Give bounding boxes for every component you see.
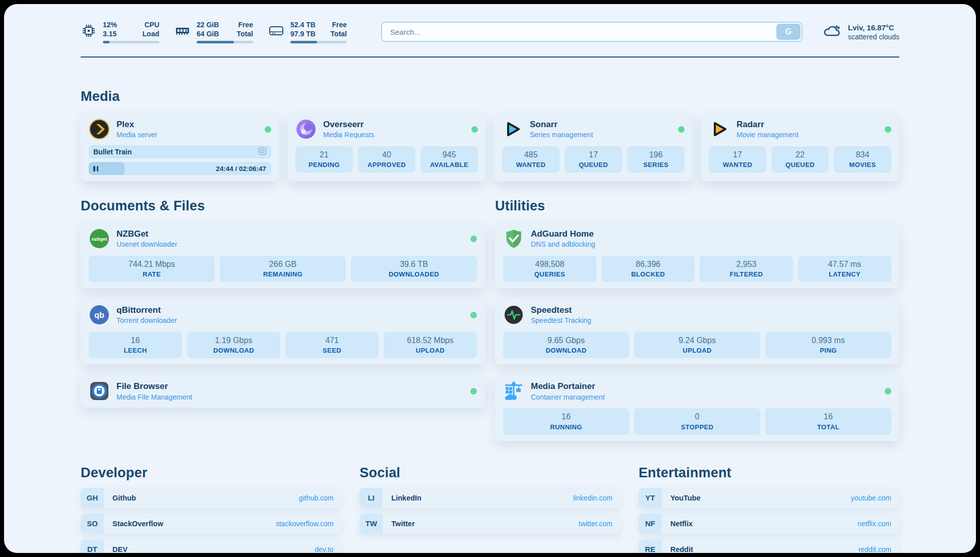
section-title-social: Social <box>359 465 620 481</box>
stat-value: 498,508 <box>505 259 594 269</box>
cpu-stat-widget: 12% CPU 3.15 Load <box>81 20 159 43</box>
stat-box: 744.21 Mbps RATE <box>89 256 215 282</box>
app-name: qBittorrent <box>116 305 177 315</box>
bookmark-url[interactable]: twitter.com <box>579 520 612 528</box>
app-name: NZBGet <box>116 229 177 239</box>
stat-value: 16 <box>505 412 627 421</box>
app-subtitle: Movie management <box>737 131 799 139</box>
stat-box: 485 WANTED <box>502 146 560 173</box>
stat-box: 39.6 TB DOWNLOADED <box>351 256 477 282</box>
disk-total-label: Total <box>331 29 347 38</box>
status-online-dot <box>470 312 477 318</box>
stat-value: 16 <box>91 336 180 345</box>
stat-label: RUNNING <box>505 423 627 431</box>
bookmark-abbr: YT <box>639 488 662 508</box>
adguard-icon <box>503 228 524 249</box>
bookmark-github[interactable]: GH Github github.com <box>81 488 341 508</box>
memory-stat-widget: 22 GiB Free 64 GiB Total <box>174 20 253 43</box>
cpu-label: CPU <box>144 20 159 29</box>
bookmark-dev[interactable]: DT DEV dev.to <box>81 539 341 553</box>
search-input[interactable] <box>381 22 803 42</box>
stat-value: 744.21 Mbps <box>91 259 213 269</box>
app-card-filebrowser[interactable]: File Browser Media File Management <box>81 374 485 408</box>
stat-box: 47.57 ms LATENCY <box>798 256 891 282</box>
stat-value: 39.6 TB <box>353 259 475 269</box>
stat-box: 834 MOVIES <box>834 146 891 173</box>
stat-label: WANTED <box>711 161 764 169</box>
bookmark-url[interactable]: netflix.com <box>858 520 891 528</box>
stat-value: 471 <box>287 336 377 345</box>
stat-label: AVAILABLE <box>422 161 476 169</box>
nzbget-icon: nzbget <box>89 228 110 249</box>
app-card-nzbget[interactable]: nzbget NZBGet Usenet downloader 74 <box>81 222 485 288</box>
memory-total-label: Total <box>237 29 253 38</box>
playback-progress-bar[interactable]: 24:44 / 02:06:47 <box>89 162 271 175</box>
disk-icon <box>268 23 284 41</box>
bookmark-url[interactable]: github.com <box>299 494 333 502</box>
stat-box: 21 PENDING <box>295 146 353 173</box>
section-title-documents: Documents & Files <box>81 198 485 214</box>
app-card-radarr[interactable]: Radarr Movie management 17 WANTED 22 QUE… <box>701 113 899 181</box>
bookmark-twitter[interactable]: TW Twitter twitter.com <box>359 514 620 534</box>
bookmark-url[interactable]: reddit.com <box>859 545 891 553</box>
stat-box: 9.65 Gbps DOWNLOAD <box>503 332 629 358</box>
bookmark-name: StackOverflow <box>112 520 163 528</box>
app-card-portainer[interactable]: Media Portainer Container management 16 … <box>495 374 899 440</box>
dashboard-page: 12% CPU 3.15 Load <box>4 4 976 553</box>
weather-condition: scattered clouds <box>848 33 899 41</box>
app-card-sonarr[interactable]: Sonarr Series management 485 WANTED 17 Q… <box>494 113 693 181</box>
section-title-entertainment: Entertainment <box>639 465 899 481</box>
app-card-overseerr[interactable]: Overseerr Media Requests 21 PENDING 40 A… <box>287 113 486 181</box>
stat-label: STOPPED <box>636 423 758 431</box>
top-bar: 12% CPU 3.15 Load <box>4 17 976 46</box>
app-card-plex[interactable]: Plex Media server Bullet Train <box>81 113 279 181</box>
bookmark-reddit[interactable]: RE Reddit reddit.com <box>639 539 899 553</box>
app-name: Speedtest <box>531 305 591 315</box>
session-icon[interactable] <box>258 147 267 157</box>
bookmark-url[interactable]: linkedin.com <box>573 494 612 502</box>
bookmark-url[interactable]: youtube.com <box>851 494 891 502</box>
section-developer: Developer GH Github github.com SO StackO… <box>81 465 341 553</box>
stat-value: 17 <box>567 150 620 159</box>
stat-box: 40 APPROVED <box>358 146 415 173</box>
app-name: Sonarr <box>530 120 593 130</box>
app-subtitle: Container management <box>531 393 604 401</box>
stat-label: FILTERED <box>702 270 791 278</box>
stat-box: 17 WANTED <box>709 146 766 173</box>
status-online-dot <box>885 126 891 133</box>
pause-icon[interactable] <box>93 166 98 172</box>
stat-box: 196 SERIES <box>627 146 685 173</box>
cpu-load-value: 3.15 <box>103 29 116 38</box>
app-subtitle: Speedtest Tracking <box>531 316 591 324</box>
radarr-icon <box>709 119 730 140</box>
weather-location: Lviv, 16.87°C <box>848 23 899 32</box>
status-online-dot <box>470 236 477 242</box>
bookmark-abbr: TW <box>359 514 383 534</box>
app-card-qbittorrent[interactable]: qb qBittorrent Torrent downloader <box>81 298 485 364</box>
stat-box: 16 TOTAL <box>765 408 891 434</box>
disk-total-value: 97.9 TB <box>290 29 316 38</box>
app-card-speedtest[interactable]: Speedtest Speedtest Tracking 9.65 Gbps D… <box>495 298 899 364</box>
stat-value: 22 <box>773 150 827 159</box>
bookmark-netflix[interactable]: NF Netflix netflix.com <box>639 514 899 534</box>
stat-value: 618.52 Mbps <box>386 336 475 345</box>
disk-progress-bar <box>290 41 347 43</box>
bookmark-url[interactable]: stackoverflow.com <box>276 520 333 528</box>
stat-value: 40 <box>360 150 413 159</box>
bookmark-url[interactable]: dev.to <box>315 545 333 553</box>
app-card-adguard[interactable]: AdGuard Home DNS and adblocking 498,508 … <box>495 222 899 288</box>
status-online-dot <box>470 388 477 395</box>
bookmark-stackoverflow[interactable]: SO StackOverflow stackoverflow.com <box>81 514 341 534</box>
section-title-developer: Developer <box>81 465 341 481</box>
stat-value: 834 <box>836 150 889 159</box>
cpu-progress-fill <box>103 41 109 43</box>
stat-value: 0 <box>636 412 758 421</box>
stat-box: 618.52 Mbps UPLOAD <box>384 332 477 358</box>
stat-label: PING <box>767 347 889 354</box>
cpu-icon <box>81 23 97 41</box>
search-provider-button[interactable]: G <box>776 24 801 40</box>
memory-free-value: 22 GiB <box>197 20 219 29</box>
bookmark-linkedin[interactable]: LI LinkedIn linkedin.com <box>359 488 620 508</box>
bookmark-youtube[interactable]: YT YouTube youtube.com <box>639 488 899 508</box>
stat-label: LEECH <box>91 347 180 354</box>
